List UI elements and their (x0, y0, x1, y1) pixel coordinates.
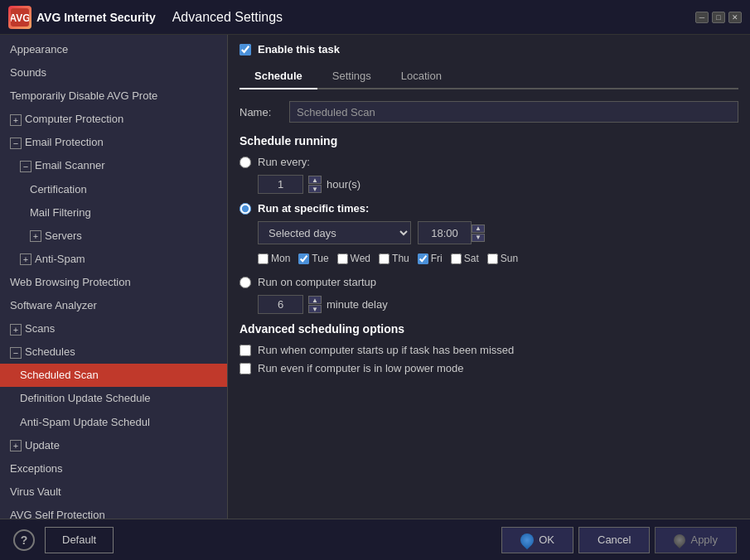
run-startup-radio[interactable] (240, 277, 251, 288)
day-label-mon: Mon (271, 253, 290, 264)
enable-task-label[interactable]: Enable this task (258, 43, 340, 56)
ok-button[interactable]: OK (501, 527, 573, 553)
day-checkbox-thu[interactable] (379, 253, 390, 264)
run-every-input[interactable] (258, 175, 303, 194)
day-checkbox-tue[interactable] (298, 253, 309, 264)
schedule-section-header: Schedule running (240, 134, 738, 147)
adv-option2-label[interactable]: Run even if computer is in low power mod… (258, 362, 464, 374)
day-checkbox-sun[interactable] (487, 253, 498, 264)
title-bar: AVG AVG Internet Security Advanced Setti… (0, 0, 750, 35)
tab-schedule[interactable]: Schedule (240, 65, 317, 89)
enable-task-checkbox[interactable] (240, 44, 251, 56)
tabs-bar: Schedule Settings Location (240, 65, 738, 89)
sidebar-item-temp-disable[interactable]: Temporarily Disable AVG Prote (0, 84, 227, 108)
startup-delay-group: ▲ ▼ minute delay (258, 295, 738, 314)
startup-delay-input[interactable] (258, 295, 303, 314)
day-checkbox-mon[interactable] (258, 253, 269, 264)
run-every-radio[interactable] (240, 157, 251, 168)
day-checkbox-fri[interactable] (418, 253, 428, 264)
apply-button[interactable]: Apply (655, 527, 737, 553)
time-input-group: ▲ ▼ (418, 221, 485, 244)
day-check-fri[interactable]: Fri (418, 253, 443, 264)
expand-icon-email-scanner: − (20, 161, 31, 172)
run-specific-radio-row: Run at specific times: (240, 202, 738, 215)
day-label-sat: Sat (464, 253, 479, 264)
run-startup-radio-row: Run on computer startup (240, 276, 738, 288)
expand-icon-schedules: − (10, 347, 22, 359)
sidebar-item-avg-self-protection[interactable]: AVG Self Protection (0, 504, 227, 519)
ok-label: OK (539, 533, 554, 546)
sidebar-item-update[interactable]: +Update (0, 434, 227, 457)
time-input[interactable] (418, 221, 472, 244)
select-time-row: Selected days Every day Weekdays Weekend… (258, 221, 738, 244)
day-checkbox-sat[interactable] (451, 253, 462, 264)
time-spin-down[interactable]: ▼ (472, 234, 485, 242)
adv-option1-checkbox[interactable] (240, 345, 251, 356)
minute-delay-label: minute delay (327, 298, 388, 311)
sidebar-item-scans[interactable]: +Scans (0, 317, 227, 340)
run-specific-label[interactable]: Run at specific times: (258, 202, 369, 215)
sidebar-item-mail-filtering[interactable]: Mail Filtering (0, 201, 227, 224)
run-every-input-group: ▲ ▼ hour(s) (258, 175, 738, 194)
sidebar-item-software-analyzer[interactable]: Software Analyzer (0, 294, 227, 317)
sidebar-item-scheduled-scan[interactable]: Scheduled Scan (0, 364, 227, 387)
adv-option1-label[interactable]: Run when computer starts up if task has … (258, 344, 514, 356)
sidebar-item-computer-protection[interactable]: +Computer Protection (0, 108, 227, 131)
tab-location[interactable]: Location (386, 65, 457, 89)
close-button[interactable]: ✕ (728, 12, 742, 23)
sidebar-item-anti-spam[interactable]: +Anti-Spam (0, 248, 227, 271)
sidebar-item-exceptions[interactable]: Exceptions (0, 457, 227, 480)
tab-settings[interactable]: Settings (317, 65, 386, 89)
sidebar-item-schedules[interactable]: −Schedules (0, 340, 227, 364)
adv-option2-checkbox[interactable] (240, 363, 251, 374)
sidebar-item-servers[interactable]: +Servers (0, 224, 227, 248)
sidebar-item-virus-vault[interactable]: Virus Vault (0, 480, 227, 504)
day-check-wed[interactable]: Wed (337, 253, 370, 264)
sidebar-item-definition-update[interactable]: Definition Update Schedule (0, 387, 227, 410)
enable-task-row: Enable this task (240, 43, 738, 56)
apply-label: Apply (690, 533, 718, 546)
help-button[interactable]: ? (13, 529, 35, 551)
run-every-spin-btns: ▲ ▼ (308, 176, 322, 193)
sidebar-item-web-browsing[interactable]: Web Browsing Protection (0, 271, 227, 294)
day-check-tue[interactable]: Tue (298, 253, 328, 264)
days-dropdown[interactable]: Selected days Every day Weekdays Weekend (258, 221, 411, 244)
sidebar-item-email-protection[interactable]: −Email Protection (0, 131, 227, 154)
avg-logo-icon: AVG (8, 6, 31, 29)
expand-icon-scans: + (10, 324, 22, 336)
run-startup-label[interactable]: Run on computer startup (258, 276, 376, 288)
time-spin-up[interactable]: ▲ (472, 224, 485, 233)
name-field-row: Name: (240, 101, 738, 123)
adv-option1-row: Run when computer starts up if task has … (240, 344, 738, 356)
maximize-button[interactable]: □ (712, 12, 725, 23)
startup-delay-spin-up[interactable]: ▲ (308, 296, 322, 304)
run-every-label[interactable]: Run every: (258, 156, 310, 168)
run-every-spin-down[interactable]: ▼ (308, 185, 322, 193)
minimize-button[interactable]: ─ (695, 12, 709, 23)
sidebar-item-sounds[interactable]: Sounds (0, 61, 227, 84)
sidebar-item-appearance[interactable]: Appearance (0, 38, 227, 61)
run-every-spin-up[interactable]: ▲ (308, 176, 322, 184)
sidebar-item-antispam-update[interactable]: Anti-Spam Update Schedul (0, 411, 227, 434)
day-label-wed: Wed (351, 253, 370, 264)
day-check-mon[interactable]: Mon (258, 253, 290, 264)
expand-icon-update: + (10, 440, 22, 451)
name-input[interactable] (289, 101, 738, 123)
day-check-sat[interactable]: Sat (451, 253, 479, 264)
adv-option2-row: Run even if computer is in low power mod… (240, 362, 738, 374)
sidebar-item-certification[interactable]: Certification (0, 178, 227, 201)
startup-delay-spin-down[interactable]: ▼ (308, 305, 322, 313)
run-specific-radio[interactable] (240, 203, 251, 215)
expand-icon-email-protection: − (10, 138, 22, 149)
window-controls: ─ □ ✕ (695, 12, 742, 23)
cancel-button[interactable]: Cancel (578, 527, 650, 553)
name-label: Name: (240, 106, 281, 118)
default-button[interactable]: Default (45, 527, 114, 553)
day-checkbox-wed[interactable] (337, 253, 348, 264)
day-check-thu[interactable]: Thu (379, 253, 409, 264)
sidebar-item-email-scanner[interactable]: −Email Scanner (0, 154, 227, 177)
day-label-thu: Thu (392, 253, 409, 264)
ok-shield-icon (518, 530, 537, 549)
day-check-sun[interactable]: Sun (487, 253, 518, 264)
days-checkbox-row: MonTueWedThuFriSatSun (258, 253, 738, 264)
